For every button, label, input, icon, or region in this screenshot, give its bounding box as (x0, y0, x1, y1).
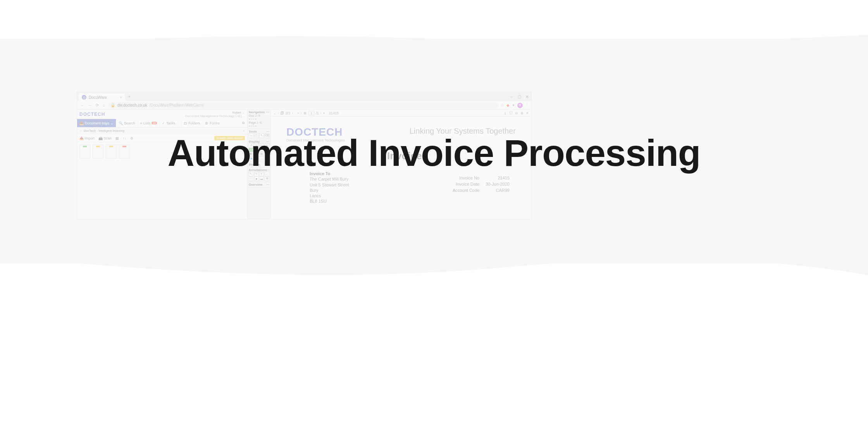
vb-zoomin-icon[interactable]: ⊕ (520, 111, 524, 115)
prev-icon[interactable]: ‹ (251, 117, 252, 121)
page-tot: /1 (259, 121, 262, 124)
main-nav-tabs: 📥 Document trays ⌄ 🔍 Search ≡ Lists 38 ✓… (77, 119, 247, 127)
split-view-icon[interactable]: ⧉ (240, 119, 247, 127)
vb-prev-page-icon[interactable]: ‹ (301, 111, 302, 115)
tool-icon[interactable]: ☐ (249, 176, 253, 181)
app-brand: DOCTECH (79, 112, 105, 117)
vb-docnum: 21415 (329, 111, 339, 115)
vb-next-page-icon[interactable]: › (320, 111, 322, 115)
window-close-icon[interactable]: ✕ (524, 95, 530, 99)
meta-value: 21415 (486, 176, 515, 181)
meta-label: Invoice No (453, 176, 485, 181)
lock-icon: 🔒 (110, 103, 115, 107)
invoice-to-line: Lancs (310, 193, 349, 198)
tab-close-icon[interactable]: × (120, 95, 122, 100)
tab-label: Document trays (85, 121, 109, 125)
back-icon[interactable]: ← (79, 103, 85, 107)
tab-search[interactable]: 🔍 Search (116, 119, 138, 127)
tab-label: Tasks (166, 121, 175, 125)
browser-tab[interactable]: ◎ DocuWare × (79, 93, 125, 101)
forward-icon[interactable]: → (87, 103, 93, 107)
vb-docstack-icon: 🗐 (281, 111, 284, 115)
tab-tasks[interactable]: ✓ Tasks (160, 119, 181, 127)
profile-avatar[interactable]: R (517, 103, 523, 108)
invoice-to-line: BL8 1SU (310, 198, 349, 204)
tab-folders[interactable]: 🗀 Folders (181, 119, 203, 127)
url-path: /DocuWare/Platform/WebClient/ (150, 103, 204, 107)
vb-first-page-icon[interactable]: « (297, 111, 299, 115)
last-icon[interactable]: » (255, 117, 257, 121)
window-controls: – ▢ ✕ (509, 95, 530, 99)
vb-zoomout-icon[interactable]: ⊖ (515, 111, 518, 115)
vb-docnav: 2/3 (286, 111, 291, 115)
wave-bottom-decoration (0, 256, 868, 287)
lists-badge: 38 (152, 122, 157, 124)
page-label: Page (249, 121, 256, 124)
next-icon[interactable]: › (253, 117, 254, 121)
url-host: dw.doctech.co.uk (117, 103, 147, 107)
collapse-icon[interactable]: ⋯ (266, 110, 269, 114)
home-icon[interactable]: ⌂ (102, 103, 106, 107)
vb-page-total: /1 (316, 111, 319, 115)
user-name[interactable]: Ruban (232, 111, 241, 114)
tab-title: DocuWare (89, 95, 107, 100)
meta-label: Invoice Date (453, 182, 485, 187)
invoice-to-line: The Carpet Mill Bury (310, 176, 349, 182)
browser-menu-icon[interactable]: ⋮ (525, 103, 529, 107)
vb-close-icon[interactable]: ✕ (526, 111, 529, 115)
vb-info-icon[interactable]: ⓘ (509, 110, 513, 115)
vb-page-icon: 🗎 (303, 111, 307, 115)
tab-forms[interactable]: 🗎 Forms (203, 119, 222, 127)
tool-icon[interactable]: ■ (254, 176, 259, 181)
first-icon[interactable]: « (249, 117, 250, 121)
vb-page-input[interactable]: 1 (308, 111, 314, 115)
tab-label: Search (124, 121, 135, 125)
tab-label: Forms (210, 121, 220, 125)
tab-label: Lists (143, 121, 151, 125)
vb-download-icon[interactable]: ⤓ (504, 111, 507, 115)
vb-last-page-icon[interactable]: » (323, 111, 325, 115)
tab-favicon: ◎ (82, 95, 86, 100)
window-max-icon[interactable]: ▢ (517, 95, 522, 99)
bookmark-star-icon[interactable]: ☆ (501, 103, 504, 107)
viewer-toolbar: ⌄ ‹ 🗐 2/3 › « ‹ 🗎 1 /1 › » 21415 (271, 110, 531, 117)
next-icon[interactable]: › (253, 124, 254, 128)
meta-label: Account Code (453, 188, 485, 193)
tab-label: Folders (188, 121, 200, 125)
tool-icon[interactable]: ▬ (259, 176, 264, 181)
tab-lists[interactable]: ≡ Lists 38 (138, 119, 160, 127)
prev-icon[interactable]: ‹ (251, 124, 252, 128)
invoice-to-line: Unit 5 Stewart Street (310, 182, 349, 188)
last-icon[interactable]: » (255, 124, 257, 128)
collapse-icon[interactable]: ⋯ (266, 183, 269, 186)
wave-top-decoration (0, 31, 868, 46)
vb-next-doc-icon[interactable]: › (292, 111, 293, 115)
invoice-meta: Invoice No21415 Invoice Date30-Jun-2020 … (452, 175, 516, 194)
page-cur: 1 (257, 121, 258, 124)
user-org: Document Management Technology Ltd (… (185, 114, 245, 118)
meta-value: CAR99 (486, 188, 515, 193)
extensions-icon[interactable]: ✦ (512, 103, 515, 107)
first-icon[interactable]: « (249, 124, 250, 128)
extension-icon[interactable]: ◆ (506, 103, 510, 107)
browser-address-bar: ← → ⟳ ⌂ 🔒 dw.doctech.co.uk /DocuWare/Pla… (77, 101, 531, 110)
doc-tot: /3 (258, 114, 260, 117)
window-min-icon[interactable]: – (509, 95, 514, 99)
tab-document-trays[interactable]: 📥 Document trays ⌄ (77, 119, 116, 127)
reload-icon[interactable]: ⟳ (95, 103, 100, 107)
invoice-to-line: Bury (310, 188, 349, 193)
doc-cur: 2 (255, 114, 257, 117)
browser-tabbar: ◎ DocuWare × ＋ – ▢ ✕ (77, 92, 531, 101)
new-tab-button[interactable]: ＋ (125, 94, 134, 99)
nav-heading: Navigation (249, 110, 265, 114)
vb-prev-doc-icon[interactable]: ‹ (278, 111, 279, 115)
doc-label: Doc (249, 114, 254, 117)
overview-heading: Overview (249, 183, 263, 186)
tool-icon[interactable]: ☰ (265, 176, 269, 181)
meta-value: 30-Jun-2020 (486, 182, 515, 187)
dropdown-icon[interactable]: ⌄ (273, 111, 276, 115)
hero-title: Automated Invoice Processing (0, 132, 868, 174)
url-field[interactable]: 🔒 dw.doctech.co.uk /DocuWare/Platform/We… (108, 102, 498, 108)
